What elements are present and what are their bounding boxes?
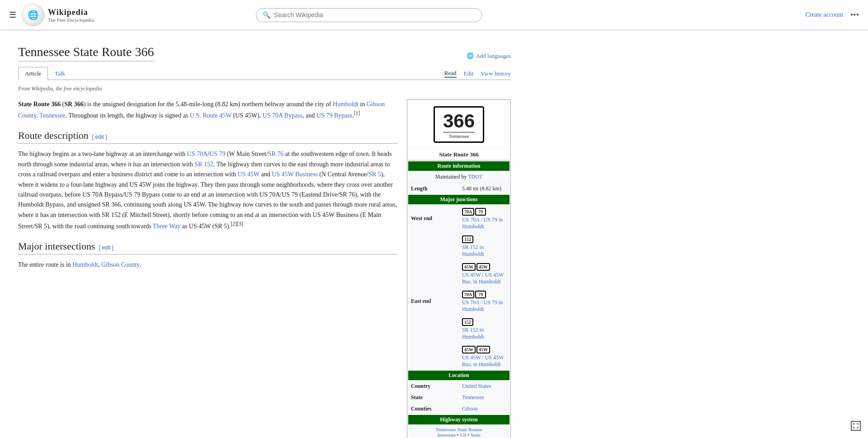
junction1-label — [408, 233, 458, 259]
interstate-label: Interstate • US • State — [437, 432, 481, 438]
us70a-us79-link[interactable]: US 70A — [187, 151, 208, 157]
search-bar[interactable]: 🔍 — [256, 8, 482, 22]
sr76-link[interactable]: SR 76 — [268, 151, 284, 157]
maintained-by-row: Maintained by TDOT — [408, 172, 509, 183]
sr152-shield-2: 152 — [462, 318, 473, 326]
junctions-header: Major junctions — [408, 195, 509, 204]
sr152-link-1[interactable]: SR 152 — [194, 161, 213, 168]
infobox-table: 366 Tennessee State Route 366 Route info… — [407, 99, 511, 438]
east-end-value: 70A 79 US 70A / US 79 in Humboldt — [459, 288, 509, 315]
junction3-link[interactable]: SR 152 in Humboldt — [462, 327, 484, 340]
site-title: Wikipedia — [48, 8, 94, 17]
west-end-link[interactable]: US 70A / US 79 in Humboldt — [462, 217, 503, 230]
major-intersections-heading: Major intersections [ edit ] — [18, 240, 398, 254]
junction4-link[interactable]: US 45W / US 45W Bus. in Humboldt — [462, 354, 504, 367]
create-account-link[interactable]: Create account — [806, 11, 844, 19]
us70a-shield-2: 70A — [462, 291, 474, 298]
state-value: Tennessee — [459, 392, 509, 403]
junction1-value: 152 SR 152 in Humboldt — [459, 233, 509, 259]
tab-article[interactable]: Article — [18, 67, 48, 80]
tab-actions: Read Edit View history — [444, 70, 511, 80]
junction3-label — [408, 316, 458, 342]
counties-link[interactable]: Gibson — [462, 405, 478, 412]
humboldt-link[interactable]: Humboldt — [333, 101, 359, 108]
humboldt-link2[interactable]: Humboldt — [72, 261, 98, 268]
page-title: Tennessee State Route 366 — [18, 45, 154, 61]
header: ☰ 🌐 Wikipedia The Free Encyclopedia 🔍 Cr… — [0, 0, 868, 30]
us45w-bus-shield-2: 45W — [476, 346, 490, 353]
infobox-image-cell: 366 Tennessee — [408, 101, 509, 148]
us79-shield-2: 79 — [475, 291, 486, 298]
junction4-value: 45W 45W US 45W / US 45W Bus. in Humboldt — [459, 343, 509, 370]
sr366-bold: State Route 366 — [18, 101, 61, 108]
add-languages-link[interactable]: 🌐 Add languages — [467, 52, 511, 60]
more-options-icon[interactable]: ••• — [850, 10, 859, 20]
west-end-signs: 70A 79 — [462, 208, 507, 216]
junction2-label — [408, 260, 458, 287]
tab-read[interactable]: Read — [444, 70, 457, 78]
tab-talk[interactable]: Talk — [48, 67, 72, 80]
infobox: 366 Tennessee State Route 366 Route info… — [407, 99, 511, 438]
site-subtitle: The Free Encyclopedia — [48, 17, 94, 23]
content-wrapper: Tennessee State Route 366 🌐 Add language… — [5, 30, 863, 438]
state-link[interactable]: Tennessee — [462, 394, 484, 400]
interstate-link[interactable]: Interstate — [437, 432, 456, 438]
us79-byp-link[interactable]: US 79 Bypass — [316, 112, 352, 119]
tn-state-routes-link[interactable]: Tennessee State Routes — [435, 427, 482, 432]
us79-shield: 79 — [475, 208, 486, 216]
route-number: 366 — [443, 110, 475, 132]
country-label: Country — [408, 381, 458, 391]
route-desc-edit[interactable]: [ edit ] — [92, 134, 107, 140]
tabs: Article Talk Read Edit View history — [18, 67, 511, 80]
main-content: Tennessee State Route 366 🌐 Add language… — [5, 30, 524, 438]
route-info-header: Route information — [408, 161, 509, 171]
us70a-byp-link[interactable]: US 70A Bypass — [263, 112, 303, 119]
country-value: United States — [459, 381, 509, 391]
counties-label: Counties — [408, 404, 458, 414]
ref2: [2] — [231, 221, 237, 227]
us45w-shield-2: 45W — [462, 346, 476, 353]
sr5-link[interactable]: SR 5 — [368, 171, 381, 178]
route-desc-heading: Route description [ edit ] — [18, 130, 398, 144]
tab-view-history[interactable]: View history — [481, 70, 511, 77]
from-wikipedia-text: From Wikipedia, the free encyclopedia — [18, 85, 511, 92]
state-link2[interactable]: State — [471, 432, 481, 438]
us45w-link[interactable]: U.S. Route 45W — [190, 112, 231, 119]
three-way-link[interactable]: Three Way — [153, 223, 180, 230]
sr366-abbr: SR 366 — [64, 101, 83, 108]
junction3-value: 152 SR 152 in Humboldt — [459, 316, 509, 342]
search-input[interactable] — [274, 11, 475, 19]
junction2-link[interactable]: US 45W / US 45W Bus. in Humboldt — [462, 272, 504, 285]
us45w-bus-shield-1: 45W — [476, 263, 490, 271]
west-end-label: West end — [408, 205, 458, 232]
junction4-label — [408, 343, 458, 370]
fullscreen-icon[interactable] — [851, 421, 861, 431]
us45w-bus-link[interactable]: US 45W Business — [272, 171, 318, 178]
highway-system-value: Tennessee State Routes Interstate • US •… — [408, 425, 509, 438]
us70a-shield: 70A — [462, 208, 474, 216]
east-end-signs: 70A 79 — [462, 291, 507, 298]
tab-edit[interactable]: Edit — [464, 70, 474, 77]
us-link[interactable]: US — [460, 432, 466, 438]
gibson-county-link2[interactable]: Gibson County — [101, 261, 139, 268]
length-label: Length — [408, 184, 458, 194]
length-value: 5.48 mi (8.82 km) — [459, 184, 509, 194]
us79-link[interactable]: US 79 — [209, 151, 225, 157]
logo-area: 🌐 Wikipedia The Free Encyclopedia — [22, 4, 94, 26]
us45w-link2[interactable]: US 45W — [238, 171, 259, 178]
menu-icon[interactable]: ☰ — [9, 10, 16, 20]
us45w-shield-1: 45W — [462, 263, 476, 271]
counties-value: Gibson — [459, 404, 509, 414]
highway-system-header: Highway system — [408, 415, 509, 424]
country-link[interactable]: United States — [462, 383, 491, 389]
west-end-value: 70A 79 US 70A / US 79 in Humboldt — [459, 205, 509, 232]
junction1-link[interactable]: SR 152 in Humboldt — [462, 244, 484, 257]
header-right: Create account ••• — [806, 10, 859, 20]
tdot-link[interactable]: TDOT — [468, 174, 482, 180]
major-intersections-edit[interactable]: [ edit ] — [99, 245, 113, 251]
infobox-caption: State Route 366 — [408, 149, 509, 160]
east-end-link[interactable]: US 70A / US 79 in Humboldt — [462, 299, 503, 312]
sr152-shield-1: 152 — [462, 235, 473, 243]
wikipedia-logo[interactable]: 🌐 — [22, 4, 44, 26]
state-label: State — [408, 392, 458, 403]
